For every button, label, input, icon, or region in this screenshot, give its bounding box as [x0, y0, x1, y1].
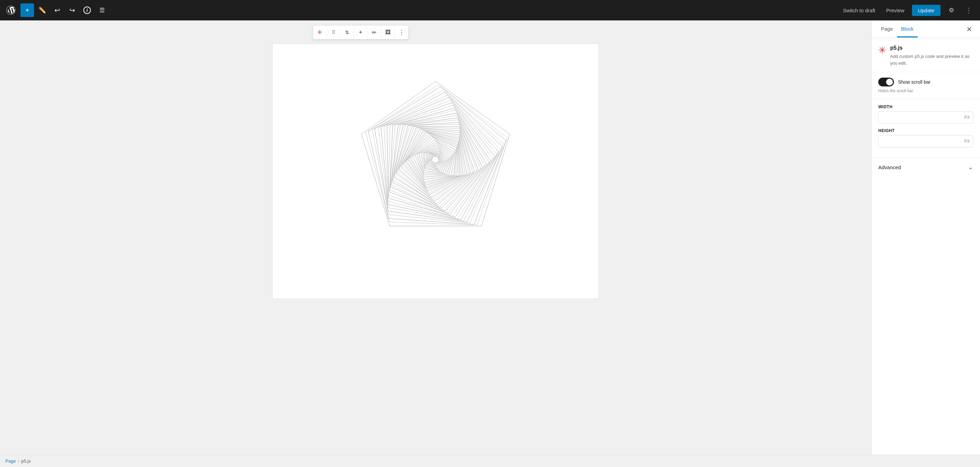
scroll-bar-hint: Hides the scroll bar: [878, 89, 973, 93]
right-panel: Page Block ✕ ✳ p5.js Add custom p5.js co…: [871, 21, 980, 455]
add-block-inline-button[interactable]: +: [354, 26, 368, 39]
list-icon: ☰: [99, 6, 105, 14]
toolbar-left: + ✏️ ↩ ↪ i ☰: [21, 3, 109, 17]
switch-draft-button[interactable]: Switch to draft: [840, 5, 878, 15]
toggle-row: Show scroll bar: [878, 78, 973, 86]
wp-logo[interactable]: [4, 3, 18, 17]
block-info-text: p5.js Add custom p5.js code and preview …: [890, 45, 973, 66]
editor-area: ✳ ⠿ ⇅ + ✏ 🖼 ⋮: [0, 21, 871, 455]
svg-marker-21: [423, 146, 450, 173]
tab-block[interactable]: Block: [897, 21, 918, 37]
drag-icon: ⠿: [332, 30, 335, 35]
more-options-button[interactable]: ⋮: [962, 3, 976, 17]
height-label: HEIGHT: [878, 128, 973, 133]
breadcrumb-current: p5.js: [21, 459, 30, 464]
arrows-updown-icon: ⇅: [345, 30, 349, 35]
tab-page[interactable]: Page: [877, 21, 897, 37]
asterisk-icon: ✳: [317, 29, 322, 36]
svg-marker-6: [374, 93, 501, 219]
move-up-down-button[interactable]: ⇅: [340, 26, 354, 39]
block-asterisk-icon: ✳: [878, 46, 886, 55]
edit-image-button[interactable]: 🖼: [381, 26, 395, 39]
p5-artwork: [279, 51, 592, 255]
breadcrumb-page-link[interactable]: Page: [5, 459, 16, 464]
dimensions-section: WIDTH PX HEIGHT PX: [872, 99, 980, 158]
info-button[interactable]: i: [80, 3, 94, 17]
width-input-wrapper: PX: [878, 111, 973, 124]
settings-button[interactable]: ⚙: [945, 3, 958, 17]
block-toolbar: ✳ ⠿ ⇅ + ✏ 🖼 ⋮: [313, 25, 409, 40]
svg-marker-20: [420, 143, 453, 176]
breadcrumb-separator: ›: [18, 459, 19, 464]
update-button[interactable]: Update: [912, 5, 940, 16]
ellipsis-icon: ⋮: [966, 6, 973, 14]
undo-icon: ↩: [54, 6, 60, 14]
height-input-wrapper: PX: [878, 135, 973, 147]
advanced-title: Advanced: [878, 164, 901, 170]
svg-marker-19: [417, 140, 456, 179]
advanced-section: Advanced ⌄: [872, 158, 980, 176]
svg-marker-25: [427, 151, 444, 169]
svg-marker-22: [425, 148, 448, 171]
advanced-header[interactable]: Advanced ⌄: [878, 163, 973, 171]
gear-icon: ⚙: [949, 6, 954, 14]
svg-marker-16: [409, 131, 465, 187]
tools-button[interactable]: ✏️: [35, 3, 49, 17]
panel-close-button[interactable]: ✕: [964, 24, 975, 35]
image-icon: 🖼: [385, 29, 391, 35]
svg-marker-8: [381, 100, 494, 213]
p5-canvas-svg: [340, 61, 531, 245]
add-block-button[interactable]: +: [21, 3, 34, 17]
preview-button[interactable]: Preview: [883, 5, 907, 15]
scroll-bar-section: Show scroll bar Hides the scroll bar: [872, 72, 980, 99]
pencil-icon: ✏️: [38, 6, 46, 14]
width-field-group: WIDTH PX: [878, 105, 973, 124]
page-canvas: [272, 43, 599, 299]
info-icon: i: [83, 6, 91, 14]
height-input[interactable]: [878, 135, 973, 147]
svg-marker-4: [368, 87, 506, 223]
height-field-group: HEIGHT PX: [878, 128, 973, 147]
block-name-heading: p5.js: [890, 45, 973, 51]
panel-tabs: Page Block ✕: [872, 21, 980, 38]
status-bar: Page › p5.js: [0, 455, 980, 467]
svg-marker-11: [392, 112, 483, 204]
three-dots-icon: ⋮: [398, 29, 404, 36]
plus-icon: +: [25, 6, 29, 14]
block-info: ✳ p5.js Add custom p5.js code and previe…: [872, 38, 980, 72]
toolbar-right: Switch to draft Preview Update ⚙ ⋮: [840, 3, 976, 17]
redo-button[interactable]: ↪: [65, 3, 79, 17]
width-label: WIDTH: [878, 105, 973, 109]
toggle-thumb: [886, 79, 893, 85]
plus-inline-icon: +: [359, 29, 363, 36]
drag-handle-button[interactable]: ⠿: [327, 26, 340, 39]
svg-marker-30: [363, 82, 509, 226]
undo-button[interactable]: ↩: [50, 3, 64, 17]
svg-marker-34: [369, 89, 505, 223]
redo-icon: ↪: [69, 6, 75, 14]
chevron-down-icon: ⌄: [968, 163, 973, 171]
list-view-button[interactable]: ☰: [95, 3, 109, 17]
edit-code-button[interactable]: ✏: [368, 26, 381, 39]
width-input[interactable]: [878, 111, 973, 124]
toggle-track: [878, 78, 894, 86]
block-type-button[interactable]: ✳: [313, 26, 327, 39]
svg-marker-23: [426, 150, 447, 170]
main-area: ✳ ⠿ ⇅ + ✏ 🖼 ⋮: [0, 21, 980, 455]
svg-marker-5: [371, 90, 503, 221]
scroll-bar-label: Show scroll bar: [898, 79, 931, 85]
top-bar: + ✏️ ↩ ↪ i ☰ Switch to draft Preview Upd…: [0, 0, 980, 21]
edit-icon: ✏: [372, 29, 376, 36]
show-scroll-bar-toggle[interactable]: [878, 78, 894, 86]
block-more-button[interactable]: ⋮: [395, 26, 408, 39]
block-description-text: Add custom p5.js code and preview it as …: [890, 53, 973, 66]
close-icon: ✕: [966, 25, 972, 33]
